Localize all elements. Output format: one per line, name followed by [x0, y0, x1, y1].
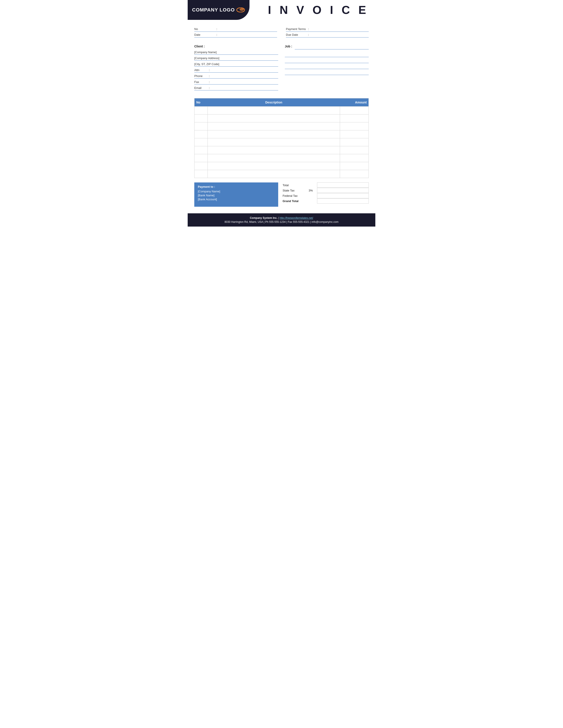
cell-amount	[340, 107, 369, 114]
job-label: Job :	[285, 45, 292, 48]
footer-line2: 8030 Harrington Rd, Miami, USA | Ph 555-…	[192, 220, 371, 223]
table-body	[194, 107, 369, 178]
payment-box: Payment to : [Company Name] [Bank Name] …	[194, 182, 278, 207]
table-row	[194, 146, 369, 154]
client-job-section: Client : [Company Name] [Company Address…	[188, 42, 375, 94]
col-description-header: Description	[208, 98, 340, 107]
table-row	[194, 162, 369, 170]
cell-description	[208, 107, 340, 114]
table-row	[194, 122, 369, 130]
info-right-payment: Payment Terms :	[284, 26, 369, 32]
table-header: No Description Amount	[194, 98, 369, 107]
cell-description	[208, 170, 340, 178]
total-value-box	[317, 182, 369, 188]
total-row-0: Total	[283, 182, 369, 188]
cell-no	[194, 154, 208, 162]
cell-no	[194, 130, 208, 138]
total-value-box	[317, 198, 369, 204]
info-due-date-value	[311, 33, 369, 36]
cell-description	[208, 146, 340, 154]
bottom-section: Payment to : [Company Name] [Bank Name] …	[188, 182, 375, 207]
info-due-date-row: Due Date :	[286, 32, 369, 38]
info-right-due: Due Date :	[284, 32, 369, 38]
client-column: Client : [Company Name] [Company Address…	[194, 45, 278, 92]
cell-description	[208, 114, 340, 122]
info-section: No : Payment Terms : Date : Due Date :	[188, 24, 375, 40]
total-label: Grand Total	[283, 199, 307, 203]
total-label: State Tax	[283, 189, 307, 192]
invoice-table: No Description Amount	[194, 98, 369, 178]
cell-amount	[340, 114, 369, 122]
cell-description	[208, 130, 340, 138]
col-amount-header: Amount	[340, 98, 369, 107]
footer-link[interactable]: http://freewordtemplates.net/	[279, 216, 313, 220]
job-field-3	[285, 64, 369, 69]
invoice-table-section: No Description Amount	[188, 98, 375, 178]
job-field-4	[285, 70, 369, 75]
cell-amount	[340, 162, 369, 170]
client-phone-row: Phone :	[194, 74, 278, 79]
info-payment-terms-value	[311, 27, 369, 31]
client-phone-label: Phone	[194, 74, 207, 78]
payment-company: [Company Name]	[198, 190, 274, 193]
client-company-address: [Company Address]	[194, 56, 278, 61]
info-left-date: Date :	[194, 32, 284, 38]
info-date-value	[219, 33, 277, 36]
page-footer: Company System Inc. | http://freewordtem…	[188, 213, 375, 227]
client-fax-label: Fax	[194, 80, 207, 84]
total-row-3: Grand Total	[283, 198, 369, 204]
info-no-value	[219, 27, 277, 31]
info-date-label: Date	[194, 33, 216, 36]
cell-no	[194, 114, 208, 122]
table-header-row: No Description Amount	[194, 98, 369, 107]
client-fax-row: Fax :	[194, 80, 278, 84]
job-column: Job :	[285, 45, 369, 92]
client-email-label: Email	[194, 86, 207, 90]
invoice-title-area: I N V O I C E	[249, 0, 375, 20]
total-label: Federal Tax	[283, 194, 307, 197]
cell-no	[194, 170, 208, 178]
total-value-box	[317, 188, 369, 193]
total-label: Total	[283, 184, 307, 187]
client-email-row: Email :	[194, 86, 278, 90]
footer-company: Company System Inc.	[250, 216, 277, 220]
client-label-row: Client :	[194, 45, 278, 48]
payment-bank: [Bank Name]	[198, 194, 274, 197]
totals-container: Total State Tax 3% Federal Tax Grand Tot…	[283, 182, 369, 204]
cell-description	[208, 138, 340, 146]
totals-section: Total State Tax 3% Federal Tax Grand Tot…	[283, 182, 369, 204]
cell-description	[208, 162, 340, 170]
cell-no	[194, 107, 208, 114]
total-percent: 3%	[309, 189, 315, 192]
payment-account: [Bank Account]	[198, 198, 274, 201]
cell-amount	[340, 170, 369, 178]
info-date-row: Date :	[194, 32, 277, 38]
svg-point-1	[239, 8, 244, 11]
cell-description	[208, 122, 340, 130]
col-no-header: No	[194, 98, 208, 107]
cell-amount	[340, 146, 369, 154]
job-field-2	[285, 58, 369, 63]
invoice-title: I N V O I C E	[268, 3, 369, 17]
table-row	[194, 138, 369, 146]
logo-icon	[236, 8, 245, 12]
cell-amount	[340, 154, 369, 162]
info-payment-terms-row: Payment Terms :	[286, 26, 369, 32]
cell-no	[194, 138, 208, 146]
total-row-2: Federal Tax	[283, 193, 369, 198]
info-left-no: No :	[194, 26, 284, 32]
client-attn-label: Attn	[194, 68, 207, 72]
cell-no	[194, 146, 208, 154]
client-attn-row: Attn :	[194, 68, 278, 73]
info-row-1: No : Payment Terms :	[194, 26, 369, 32]
info-payment-terms-label: Payment Terms	[286, 27, 308, 31]
footer-line1: Company System Inc. | http://freewordtem…	[192, 216, 371, 220]
job-field-1	[285, 52, 369, 57]
payment-title: Payment to :	[198, 185, 274, 188]
page-header: COMPANY LOGO I N V O I C E	[188, 0, 375, 20]
logo-text: COMPANY LOGO	[192, 7, 235, 13]
logo-area: COMPANY LOGO	[188, 0, 249, 20]
table-row	[194, 130, 369, 138]
job-label-row: Job :	[285, 45, 369, 51]
table-row	[194, 154, 369, 162]
